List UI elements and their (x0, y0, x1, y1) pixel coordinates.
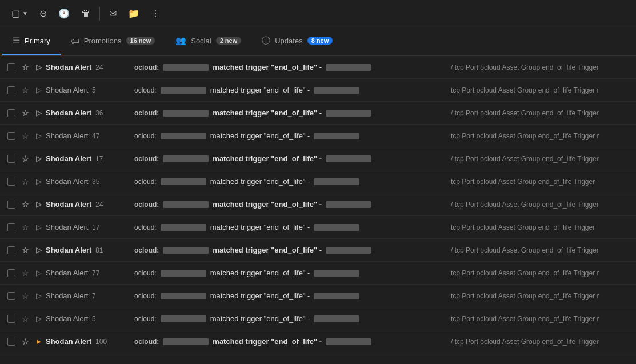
email-row[interactable]: ☆ ▷ Shodan Alert 24 ocloud: matched trig… (0, 56, 636, 79)
col-sender: Shodan Alert 24 (46, 200, 134, 209)
col-forward[interactable]: ▷ (32, 63, 46, 71)
col-star[interactable]: ☆ (18, 63, 32, 72)
col-star[interactable]: ☆ (18, 337, 32, 346)
col-snippet: / tcp Port ocloud Asset Group end_of_lif… (449, 109, 631, 117)
delete-button[interactable]: 🗑 (77, 5, 95, 22)
col-forward[interactable]: ▷ (32, 223, 46, 231)
col-star[interactable]: ☆ (18, 314, 32, 323)
email-row[interactable]: ☆ ▷ Shodan Alert 5 ocloud: matched trigg… (0, 79, 636, 102)
col-star[interactable]: ☆ (18, 154, 32, 163)
col-checkbox[interactable] (5, 246, 18, 254)
col-star[interactable]: ☆ (18, 223, 32, 232)
email-row[interactable]: ☆ ▷ Shodan Alert 24 ocloud: matched trig… (0, 193, 636, 216)
col-forward[interactable]: ▷ (32, 246, 46, 254)
col-star[interactable]: ☆ (18, 246, 32, 255)
more-button[interactable]: ⋮ (146, 5, 165, 22)
tab-updates[interactable]: ⓘ Updates 8 new (251, 27, 343, 55)
col-forward[interactable]: ▷ (32, 86, 46, 94)
col-star[interactable]: ☆ (18, 177, 32, 186)
col-forward[interactable]: ▷ (32, 109, 46, 117)
tab-promotions[interactable]: 🏷 Promotions 16 new (61, 27, 165, 55)
star-icon[interactable]: ☆ (22, 200, 29, 209)
col-checkbox[interactable] (5, 223, 18, 231)
checkbox[interactable] (7, 201, 15, 209)
star-icon[interactable]: ☆ (22, 86, 29, 95)
col-checkbox[interactable] (5, 132, 18, 140)
col-checkbox[interactable] (5, 63, 18, 71)
checkbox[interactable] (7, 178, 15, 186)
checkbox[interactable] (7, 223, 15, 231)
col-checkbox[interactable] (5, 269, 18, 277)
col-checkbox[interactable] (5, 201, 18, 209)
email-row[interactable]: ☆ ▷ Shodan Alert 47 ocloud: matched trig… (0, 125, 636, 147)
star-icon[interactable]: ☆ (22, 63, 29, 72)
star-icon[interactable]: ☆ (22, 131, 29, 141)
col-forward[interactable]: ▷ (32, 200, 46, 209)
email-row[interactable]: ☆ ▷ Shodan Alert 7 ocloud: matched trigg… (0, 285, 636, 307)
more-icon: ⋮ (151, 8, 160, 19)
star-icon[interactable]: ☆ (22, 223, 29, 232)
star-icon[interactable]: ☆ (22, 154, 29, 163)
checkbox[interactable] (7, 292, 15, 300)
move-button[interactable]: 📁 (123, 5, 144, 22)
snippet-text: / tcp Port ocloud Asset Group end_of_lif… (451, 109, 599, 117)
email-row[interactable]: ☆ ▷ Shodan Alert 36 ocloud: matched trig… (0, 102, 636, 125)
checkbox[interactable] (7, 269, 15, 277)
checkbox[interactable] (7, 132, 15, 140)
col-checkbox[interactable] (5, 315, 18, 323)
col-checkbox[interactable] (5, 338, 18, 346)
tab-social[interactable]: 👥 Social 2 new (165, 27, 251, 55)
email-row[interactable]: ☆ ▷ Shodan Alert 17 ocloud: matched trig… (0, 216, 636, 239)
col-star[interactable]: ☆ (18, 86, 32, 95)
snooze-button[interactable]: 🕐 (54, 5, 74, 22)
star-icon[interactable]: ☆ (22, 246, 29, 255)
email-row[interactable]: ☆ ▷ Shodan Alert 5 ocloud: matched trigg… (0, 307, 636, 330)
email-row[interactable]: ☆ ▷ Shodan Alert 77 ocloud: matched trig… (0, 262, 636, 285)
checkbox[interactable] (7, 246, 15, 254)
ocloud-prefix: ocloud: (134, 132, 157, 140)
checkbox[interactable] (7, 155, 15, 163)
col-star[interactable]: ☆ (18, 200, 32, 209)
col-forward[interactable]: ▷ (32, 314, 46, 323)
email-row[interactable]: ☆ ► Shodan Alert 100 ocloud: matched tri… (0, 330, 636, 353)
star-icon[interactable]: ☆ (22, 314, 29, 323)
star-icon[interactable]: ☆ (22, 291, 29, 301)
email-row[interactable]: ☆ ▷ Shodan Alert 35 ocloud: matched trig… (0, 170, 636, 193)
select-button[interactable]: ▢ ▼ (7, 5, 33, 22)
checkbox[interactable] (7, 338, 15, 346)
col-star[interactable]: ☆ (18, 291, 32, 301)
col-checkbox[interactable] (5, 292, 18, 300)
col-forward[interactable]: ▷ (32, 291, 46, 300)
checkbox[interactable] (7, 63, 15, 71)
promotions-tab-label: Promotions (84, 37, 122, 45)
col-sender: Shodan Alert 17 (46, 223, 134, 231)
star-icon[interactable]: ☆ (22, 269, 29, 278)
email-row[interactable]: ☆ ▷ Shodan Alert 17 ocloud: matched trig… (0, 147, 636, 170)
star-icon[interactable]: ☆ (22, 109, 29, 118)
checkbox[interactable] (7, 315, 15, 323)
checkbox[interactable] (7, 109, 15, 117)
col-star[interactable]: ☆ (18, 109, 32, 118)
col-forward[interactable]: ▷ (32, 154, 46, 163)
col-checkbox[interactable] (5, 109, 18, 117)
col-checkbox[interactable] (5, 86, 18, 94)
archive-button[interactable]: ⊝ (35, 5, 51, 22)
tab-primary[interactable]: ☰ Primary (2, 27, 61, 55)
col-star[interactable]: ☆ (18, 131, 32, 141)
redacted-block (326, 155, 371, 162)
forward-icon: ► (35, 337, 43, 346)
col-forward[interactable]: ▷ (32, 269, 46, 277)
col-checkbox[interactable] (5, 178, 18, 186)
col-sender: Shodan Alert 81 (46, 246, 134, 254)
checkbox[interactable] (7, 86, 15, 94)
snippet-text: / tcp Port ocloud Asset Group end_of_lif… (451, 155, 599, 163)
col-checkbox[interactable] (5, 155, 18, 163)
col-star[interactable]: ☆ (18, 269, 32, 278)
col-forward[interactable]: ▷ (32, 131, 46, 140)
star-icon[interactable]: ☆ (22, 337, 29, 346)
email-row[interactable]: ☆ ▷ Shodan Alert 81 ocloud: matched trig… (0, 239, 636, 262)
mark-read-button[interactable]: ✉ (105, 5, 121, 22)
col-forward[interactable]: ▷ (32, 177, 46, 186)
star-icon[interactable]: ☆ (22, 177, 29, 186)
col-forward[interactable]: ► (32, 337, 46, 346)
